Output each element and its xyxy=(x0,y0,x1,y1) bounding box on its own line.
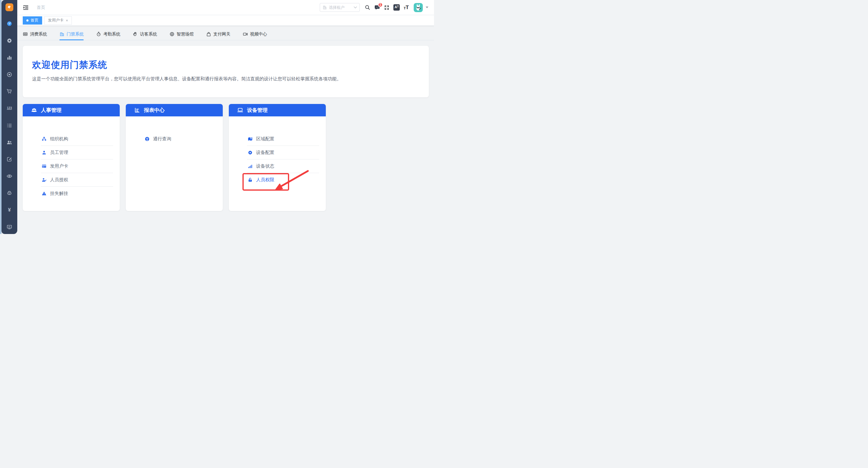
card-devices-header: 设备管理 xyxy=(229,104,326,116)
sidebar: 123 xyxy=(0,0,17,234)
card-devices: 设备管理 区域配置 设备配置 xyxy=(229,104,326,211)
sidebar-item-disc-icon[interactable] xyxy=(6,71,12,77)
menu-item-employee-mgmt[interactable]: 员工管理 xyxy=(23,146,120,159)
building-icon xyxy=(322,5,327,10)
venue-globe-icon xyxy=(169,32,175,37)
sidebar-item-robot-icon[interactable] xyxy=(6,190,12,196)
menu-item-loss-report[interactable]: 挂失解挂 xyxy=(23,187,120,200)
menu-item-device-config[interactable]: 设备配置 xyxy=(229,146,326,159)
stopwatch-icon xyxy=(96,32,101,37)
signal-bars-icon xyxy=(248,164,253,169)
menu-item-person-permission[interactable]: 人员权限 xyxy=(229,173,326,187)
tab-visitor-system[interactable]: 访客系统 xyxy=(133,29,157,40)
report-chart-icon xyxy=(134,107,140,113)
main-area: 首页 选择租户 1 xyxy=(17,0,434,234)
tenant-select[interactable]: 选择租户 xyxy=(320,3,360,12)
avatar[interactable] xyxy=(414,3,423,12)
visitor-hand-icon xyxy=(133,32,138,37)
sidebar-item-cart-icon[interactable] xyxy=(6,88,12,94)
user-tie-icon xyxy=(41,150,47,155)
card-personnel: 人事管理 组织机构 员工管理 xyxy=(23,104,120,211)
tab-smart-venue[interactable]: 智慧场馆 xyxy=(169,29,194,40)
menu-item-device-status[interactable]: 设备状态 xyxy=(229,159,326,173)
chevron-down-icon xyxy=(354,6,357,9)
tab-attendance-system[interactable]: 考勤系统 xyxy=(96,29,120,40)
payment-bag-icon xyxy=(206,32,211,37)
tab-consume-system[interactable]: 消费系统 xyxy=(23,29,47,40)
sidebar-item-numbers-123-icon[interactable]: 123 xyxy=(6,105,12,111)
sidebar-item-yen-icon[interactable]: ¥ xyxy=(6,207,12,213)
sidebar-item-dashboard-icon[interactable] xyxy=(6,21,12,27)
tenant-select-placeholder: 选择租户 xyxy=(329,5,354,10)
route-tab-bar: 首页 发用户卡 × xyxy=(17,15,434,26)
menu-item-area-config[interactable]: 区域配置 xyxy=(229,132,326,146)
map-marker-icon xyxy=(248,136,253,142)
sidebar-item-gear-icon[interactable] xyxy=(6,38,12,44)
id-card-icon xyxy=(41,164,47,169)
module-tab-bar: 消费系统 门禁系统 考勤系统 访客系统 智慧场馆 xyxy=(17,29,434,40)
gear-icon xyxy=(248,150,253,155)
translate-icon[interactable]: A 文 xyxy=(393,4,400,10)
search-icon[interactable] xyxy=(365,4,370,10)
sitemap-icon xyxy=(41,136,47,142)
route-tab-home[interactable]: 首页 xyxy=(23,17,42,25)
breadcrumb: 首页 xyxy=(37,5,45,10)
menu-item-org-structure[interactable]: 组织机构 xyxy=(23,132,120,146)
welcome-description: 这是一个功能全面的门禁系统管理平台，您可以使用此平台管理人事信息、设备配置和通行… xyxy=(32,76,420,82)
unlock-icon xyxy=(248,177,253,183)
notification-badge: 1 xyxy=(378,2,383,7)
top-bar: 首页 选择租户 1 xyxy=(17,0,434,15)
fullscreen-icon[interactable] xyxy=(384,5,390,10)
user-check-icon xyxy=(41,177,47,183)
video-camera-icon xyxy=(243,32,248,37)
collapse-menu-icon[interactable] xyxy=(23,4,29,10)
route-tab-issue-card[interactable]: 发用户卡 × xyxy=(44,17,72,25)
app-logo-icon[interactable] xyxy=(5,3,13,11)
card-title: 设备管理 xyxy=(247,107,268,114)
font-size-icon[interactable]: TT xyxy=(404,5,409,10)
card-personnel-header: 人事管理 xyxy=(23,104,120,116)
sidebar-item-eye-icon[interactable] xyxy=(6,173,12,179)
sidebar-item-edit-icon[interactable] xyxy=(6,156,12,162)
card-title: 人事管理 xyxy=(41,107,62,114)
close-tab-icon[interactable]: × xyxy=(66,18,68,23)
sidebar-item-monitor-chart-icon[interactable] xyxy=(6,224,12,230)
caret-down-icon[interactable] xyxy=(426,6,429,8)
access-building-icon xyxy=(59,32,65,37)
tab-video-center[interactable]: 视频中心 xyxy=(243,29,267,40)
consume-card-icon xyxy=(23,32,28,37)
message-icon[interactable]: 1 xyxy=(374,4,380,10)
card-title: 报表中心 xyxy=(144,107,164,114)
sidebar-item-task-list-icon[interactable] xyxy=(6,122,12,128)
tab-access-system[interactable]: 门禁系统 xyxy=(59,29,84,40)
sidebar-item-users-icon[interactable] xyxy=(6,139,12,146)
welcome-title: 欢迎使用门禁系统 xyxy=(32,59,420,71)
pass-query-icon xyxy=(145,136,150,142)
card-reports: 报表中心 通行查询 xyxy=(126,104,223,211)
menu-item-issue-card[interactable]: 发用户卡 xyxy=(23,159,120,173)
active-tab-dot xyxy=(26,20,29,22)
module-cards: 人事管理 组织机构 员工管理 xyxy=(23,104,326,211)
laptop-icon xyxy=(237,107,243,113)
tab-payment-gateway[interactable]: 支付网关 xyxy=(206,29,230,40)
welcome-card: 欢迎使用门禁系统 这是一个功能全面的门禁系统管理平台，您可以使用此平台管理人事信… xyxy=(23,46,429,97)
menu-item-pass-query[interactable]: 通行查询 xyxy=(126,132,223,146)
team-icon xyxy=(31,107,37,113)
sidebar-item-bar-chart-icon[interactable] xyxy=(6,55,12,61)
card-reports-header: 报表中心 xyxy=(126,104,223,116)
menu-item-person-authorize[interactable]: 人员授权 xyxy=(23,173,120,187)
sidebar-panel: 123 xyxy=(1,0,17,234)
warning-icon xyxy=(41,191,47,196)
